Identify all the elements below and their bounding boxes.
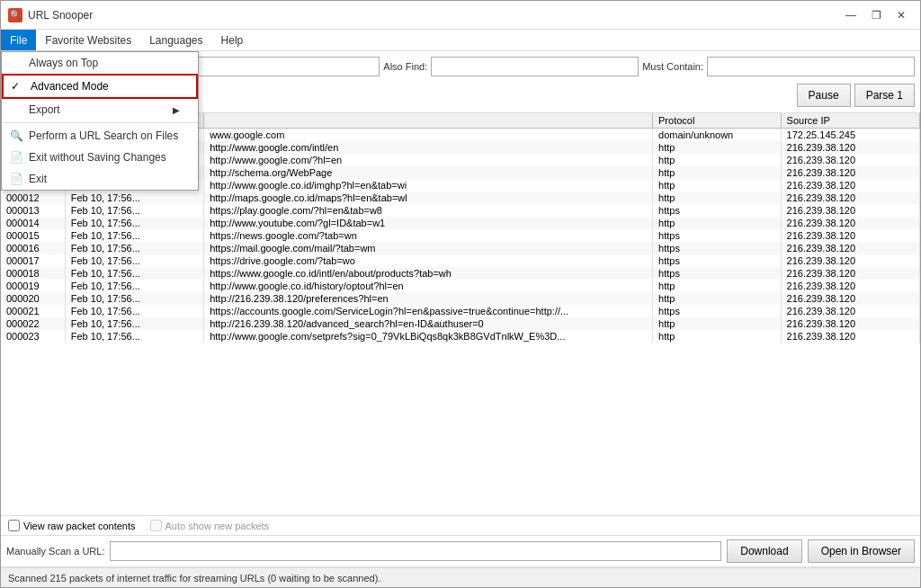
menu-item-export-label: Export <box>29 103 60 116</box>
menu-item-exit-label: Exit <box>29 173 47 185</box>
exclusion-filter-input[interactable] <box>172 57 380 76</box>
cell-date: Feb 10, 17:56... <box>65 192 203 204</box>
cell-ip: 216.239.38.120 <box>781 242 919 254</box>
cell-num: 000019 <box>1 280 65 292</box>
table-row[interactable]: 000018 Feb 10, 17:56... https://www.goog… <box>1 267 920 280</box>
table-row[interactable]: 000012 Feb 10, 17:56... http://maps.goog… <box>1 192 920 204</box>
cell-date: Feb 10, 17:56... <box>65 254 203 267</box>
menu-file[interactable]: File <box>1 30 36 50</box>
cell-url: https://drive.google.com/?tab=wo <box>204 254 653 267</box>
cell-ip: 216.239.38.120 <box>781 192 919 204</box>
cell-protocol: https <box>653 267 782 280</box>
minimize-button[interactable]: — <box>839 6 863 24</box>
url-bar: Manually Scan a URL: Download Open in Br… <box>1 536 920 567</box>
exit-no-save-icon: 📄 <box>9 150 23 165</box>
table-row[interactable]: 000019 Feb 10, 17:56... http://www.googl… <box>1 280 920 292</box>
cell-date: Feb 10, 17:56... <box>65 305 203 317</box>
cell-protocol: http <box>653 280 782 292</box>
auto-show-checkbox[interactable] <box>150 520 162 531</box>
cell-num: 000013 <box>1 204 65 217</box>
menu-item-advanced-mode[interactable]: ✓ Advanced Mode <box>2 74 198 99</box>
also-find-input[interactable] <box>431 57 639 76</box>
cell-protocol: http <box>653 192 782 204</box>
cell-protocol: http <box>653 154 782 166</box>
table-row[interactable]: 000016 Feb 10, 17:56... https://mail.goo… <box>1 242 920 254</box>
col-header-protocol: Protocol <box>653 113 782 129</box>
cell-url: https://news.google.com/?tab=wn <box>204 229 653 242</box>
download-button[interactable]: Download <box>727 539 801 563</box>
cell-ip: 216.239.38.120 <box>781 305 919 317</box>
cell-url: http://schema.org/WebPage <box>204 166 653 179</box>
cell-ip: 216.239.38.120 <box>781 204 919 217</box>
cell-ip: 216.239.38.120 <box>781 267 919 280</box>
table-row[interactable]: 000015 Feb 10, 17:56... https://news.goo… <box>1 229 920 242</box>
cell-ip: 216.239.38.120 <box>781 317 919 330</box>
view-raw-checkbox[interactable] <box>8 520 20 531</box>
view-raw-checkbox-label[interactable]: View raw packet contents <box>8 520 136 531</box>
window-title: URL Snooper <box>28 9 93 22</box>
cell-ip: 172.25.145.245 <box>781 129 919 142</box>
table-row[interactable]: 000021 Feb 10, 17:56... https://accounts… <box>1 305 920 317</box>
cell-protocol: http <box>653 317 782 330</box>
cell-protocol: http <box>653 292 782 305</box>
cell-url: http://216.239.38.120/advanced_search?hl… <box>204 317 653 330</box>
cell-url: http://www.youtube.com/?gl=ID&tab=w1 <box>204 217 653 229</box>
menu-help[interactable]: Help <box>212 30 253 50</box>
menu-favorite-websites[interactable]: Favorite Websites <box>36 30 140 50</box>
table-row[interactable]: 000022 Feb 10, 17:56... http://216.239.3… <box>1 317 920 330</box>
url-search-icon: 🔍 <box>9 129 23 143</box>
cell-protocol: https <box>653 229 782 242</box>
pause-button[interactable]: Pause <box>797 84 851 107</box>
menu-languages[interactable]: Languages <box>140 30 211 50</box>
cell-url: http://216.239.38.120/preferences?hl=en <box>204 292 653 305</box>
cell-ip: 216.239.38.120 <box>781 280 919 292</box>
cell-num: 000021 <box>1 305 65 317</box>
cell-url: http://www.google.com/setprefs?sig=0_79V… <box>204 330 653 343</box>
cell-url: https://www.google.co.id/intl/en/about/p… <box>204 267 653 280</box>
menu-item-exit-no-save[interactable]: 📄 Exit without Saving Changes <box>2 147 198 168</box>
table-row[interactable]: 000014 Feb 10, 17:56... http://www.youtu… <box>1 217 920 229</box>
menu-item-url-search[interactable]: 🔍 Perform a URL Search on Files <box>2 125 198 147</box>
view-raw-label: View raw packet contents <box>23 521 136 531</box>
restore-button[interactable]: ❐ <box>864 6 888 24</box>
file-dropdown-menu: Always on Top ✓ Advanced Mode Export ▶ 🔍… <box>1 51 199 191</box>
cell-protocol: https <box>653 242 782 254</box>
url-scan-input[interactable] <box>110 541 721 561</box>
cell-num: 000018 <box>1 267 65 280</box>
window-controls: — ❐ ✕ <box>839 6 913 24</box>
menu-item-exit-no-save-label: Exit without Saving Changes <box>29 151 166 164</box>
menu-item-exit[interactable]: 📄 Exit <box>2 168 198 190</box>
cell-date: Feb 10, 17:56... <box>65 242 203 254</box>
close-button[interactable]: ✕ <box>890 6 913 24</box>
cell-protocol: https <box>653 305 782 317</box>
table-row[interactable]: 000020 Feb 10, 17:56... http://216.239.3… <box>1 292 920 305</box>
cell-ip: 216.239.38.120 <box>781 229 919 242</box>
auto-show-checkbox-label[interactable]: Auto show new packets <box>150 520 270 531</box>
menu-item-always-on-top[interactable]: Always on Top <box>2 52 198 74</box>
must-contain-input[interactable] <box>707 57 915 76</box>
cell-url: http://www.google.com/intl/en <box>204 141 653 154</box>
cell-protocol: http <box>653 179 782 192</box>
cell-protocol: https <box>653 204 782 217</box>
cell-url: https://accounts.google.com/ServiceLogin… <box>204 305 653 317</box>
cell-ip: 216.239.38.120 <box>781 141 919 154</box>
cell-protocol: domain/unknown <box>653 129 782 142</box>
cell-url: https://mail.google.com/mail/?tab=wm <box>204 242 653 254</box>
table-row[interactable]: 000013 Feb 10, 17:56... https://play.goo… <box>1 204 920 217</box>
main-window: 🔍 URL Snooper — ❐ ✕ File Favorite Websit… <box>0 0 921 588</box>
parse-button[interactable]: Parse 1 <box>854 84 915 107</box>
menu-item-url-search-label: Perform a URL Search on Files <box>29 129 178 142</box>
cell-protocol: http <box>653 330 782 343</box>
cell-num: 000017 <box>1 254 65 267</box>
table-row[interactable]: 000023 Feb 10, 17:56... http://www.googl… <box>1 330 920 343</box>
cell-num: 000020 <box>1 292 65 305</box>
menu-item-export[interactable]: Export ▶ <box>2 99 198 120</box>
menu-item-always-on-top-label: Always on Top <box>29 57 98 69</box>
cell-ip: 216.239.38.120 <box>781 166 919 179</box>
cell-url: http://www.google.co.id/imghp?hl=en&tab=… <box>204 179 653 192</box>
cell-ip: 216.239.38.120 <box>781 254 919 267</box>
app-icon: 🔍 <box>8 8 22 22</box>
table-row[interactable]: 000017 Feb 10, 17:56... https://drive.go… <box>1 254 920 267</box>
cell-num: 000012 <box>1 192 65 204</box>
open-browser-button[interactable]: Open in Browser <box>808 539 915 563</box>
